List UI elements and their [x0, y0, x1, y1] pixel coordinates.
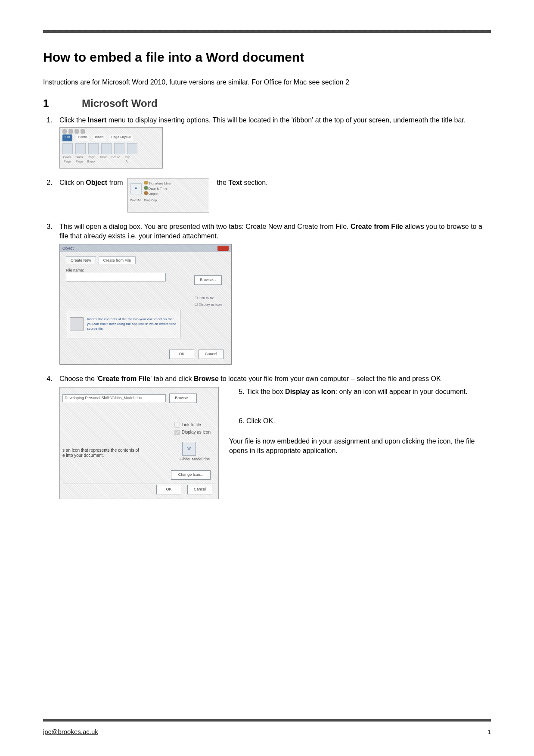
- step1-bold: Insert: [88, 116, 107, 124]
- section-title: Microsoft Word: [82, 97, 158, 109]
- text-section-screenshot: A Signature Line Date & Time Object Word…: [127, 178, 209, 212]
- step-4: Choose the 'Create from File' tab and cl…: [54, 374, 491, 499]
- step-2: Click on Object from A Signature Line Da…: [54, 178, 491, 212]
- ribbon-icon: [127, 143, 137, 154]
- ribbon-icon: [62, 143, 73, 154]
- display-as-icon-checkbox: Display as icon: [174, 429, 211, 435]
- step-5: Tick the box Display as Icon: only an ic…: [246, 387, 491, 397]
- ribbon-icon: [88, 143, 99, 154]
- close-icon: [217, 246, 229, 251]
- dialog-checkboxes: ☐ Link to file ☐ Display as icon: [195, 296, 222, 309]
- steps-list: Click the Insert menu to display inserti…: [43, 116, 491, 499]
- wordart-icon: A: [130, 183, 142, 194]
- page-footer: ipc@brookes.ac.uk 1: [43, 728, 491, 735]
- cancel-button: Cancel: [199, 350, 224, 359]
- create-from-file-dialog-screenshot: Developing Personal Skills\Gibbs_Model.d…: [59, 387, 219, 499]
- step-1: Click the Insert menu to display inserti…: [54, 116, 491, 169]
- top-rule: [43, 30, 491, 33]
- browse-button: Browse...: [194, 275, 222, 285]
- ribbon-icon: [101, 143, 112, 154]
- file-path-input: Developing Personal Skills\Gibbs_Model.d…: [62, 394, 166, 402]
- dialog-title: Object: [62, 246, 74, 251]
- footer-email-link[interactable]: ipc@brookes.ac.uk: [43, 728, 98, 735]
- ok-button: OK: [156, 485, 181, 494]
- file-name-label: File name:: [66, 268, 225, 273]
- section-heading: 1 Microsoft Word: [43, 97, 491, 109]
- ribbon-icon: [114, 143, 124, 154]
- footer-page-number: 1: [487, 728, 491, 735]
- ribbon-tab-pagelayout: Page Layout: [109, 134, 133, 141]
- change-icon-button: Change Icon...: [171, 470, 211, 480]
- cancel-button: Cancel: [187, 485, 212, 494]
- result-thumb-icon: [70, 317, 84, 331]
- icon-filename: Gibbs_Model.doc: [180, 456, 210, 462]
- browse-button: Browse...: [169, 394, 197, 403]
- tab-create-from-file: Create from File: [99, 256, 136, 264]
- section-number: 1: [43, 97, 82, 109]
- steps-list-right: Tick the box Display as Icon: only an ic…: [229, 387, 491, 425]
- ribbon-tab-home: Home: [76, 134, 89, 141]
- page-title: How to embed a file into a Word document: [43, 50, 491, 65]
- link-to-file-checkbox: Link to file: [174, 422, 211, 428]
- tab-create-new: Create New: [66, 256, 96, 264]
- result-box: Inserts the contents of the file into yo…: [67, 310, 180, 338]
- outro-paragraph: Your file is now embedded in your assign…: [229, 437, 491, 455]
- result-note: s an icon that represents the contents o…: [62, 448, 149, 458]
- file-name-input: [66, 273, 166, 281]
- object-dialog-screenshot: Object Create New Create from File File …: [59, 244, 232, 365]
- ribbon-tab-file: File: [62, 134, 72, 141]
- word-file-icon: [182, 442, 196, 456]
- bottom-rule: [43, 719, 491, 722]
- step-6: Click OK.: [246, 416, 491, 426]
- intro-paragraph: Instructions are for Microsoft Word 2010…: [43, 78, 491, 87]
- step-3: This will open a dialog box. You are pre…: [54, 222, 491, 365]
- ribbon-icon: [75, 143, 86, 154]
- ribbon-screenshot: File Home Insert Page Layout Cover Page …: [59, 127, 163, 169]
- ok-button: OK: [169, 350, 194, 359]
- ribbon-tab-insert: Insert: [93, 134, 106, 141]
